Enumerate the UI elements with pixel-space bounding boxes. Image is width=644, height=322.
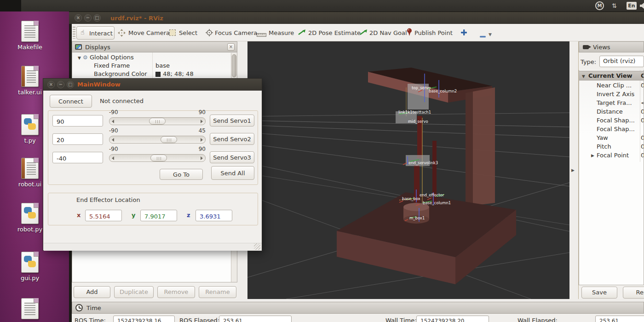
slider-right-arrow-icon[interactable] [201,120,203,123]
maximize-button[interactable]: □ [67,81,74,88]
tree-row-focal-shape-fixed[interactable]: Focal Shap... [597,126,635,132]
rename-display-button[interactable]: Rename [199,286,236,298]
close-button[interactable]: × [47,81,55,88]
slider-left-arrow-icon[interactable] [112,156,114,160]
mainwindow-dialog[interactable]: × − □ MainWindow Connect Not connected -… [43,78,262,251]
connect-button[interactable]: Connect [50,95,92,108]
tree-row-target-frame[interactable]: Target Fra... [597,99,632,106]
maximize-button[interactable]: □ [93,14,101,22]
mainwindow-title-bar[interactable]: × − □ MainWindow [43,79,262,91]
nav-goal-tool[interactable]: 2D Nav Goal [369,29,407,36]
measure-tool[interactable]: Measure [269,29,294,36]
publish-point-tool[interactable]: Publish Point [414,29,453,36]
expander-right-icon[interactable]: ▶ [591,153,594,158]
green-arrow-icon [298,29,306,38]
send-servo1-button[interactable]: Send Servo1 [210,115,254,126]
slider-right-arrow-icon[interactable] [201,138,203,142]
fixed-frame-value[interactable]: base [155,62,170,69]
tree-row-focal-shape[interactable]: Focal Shap... [597,117,635,124]
close-button[interactable]: × [75,14,82,22]
slider-thumb[interactable] [150,155,167,161]
close-icon[interactable]: × [227,43,235,51]
move-camera-tool[interactable]: Move Camera [128,29,170,36]
splitter-arrow-icon[interactable]: ▶ [571,168,575,172]
displays-panel-header[interactable]: Displays × [72,41,237,52]
tree-row-yaw[interactable]: Yaw [597,134,608,141]
rviz-title-bar[interactable]: × − □ urdf.rviz* - RViz [69,12,644,24]
interact-tool-button[interactable]: ☝ Interact [76,26,115,40]
network-arrows-icon[interactable]: ⇅ [612,2,620,10]
desktop-icon-document[interactable] [5,298,55,319]
background-color-value[interactable]: 48; 48; 48 [163,70,194,77]
end-effector-z-field[interactable] [196,210,232,221]
pose-estimate-tool[interactable]: 2D Pose Estimate [308,29,361,36]
tree-row-background-color[interactable]: Background Color [94,70,147,77]
tree-row-value[interactable]: 0 [641,82,644,89]
time-panel-header[interactable]: Time [72,302,644,314]
select-tool[interactable]: Select [179,29,197,36]
scrollbar-thumb[interactable] [232,54,236,77]
tree-row-pitch[interactable]: Pitch [597,143,611,150]
views-panel-header[interactable]: Views [579,41,644,52]
slider-thumb[interactable] [149,118,166,125]
minimize-button[interactable]: − [57,81,64,88]
goto-button[interactable]: Go To [160,169,203,180]
messaging-indicator-icon[interactable]: M [595,1,604,10]
add-display-button[interactable]: Add [74,286,110,298]
expander-down-icon[interactable]: ▼ [78,56,81,60]
view-type-combo[interactable]: Orbit (rviz) [599,56,644,67]
send-servo2-button[interactable]: Send Servo2 [210,133,254,145]
tree-row-focal-point[interactable]: Focal Point [597,152,629,159]
wall-time-field[interactable]: 1524739238.20 [416,316,489,322]
tree-row-value[interactable]: < [641,99,644,106]
tree-row-current-view[interactable]: ▼ Current View O [579,71,644,80]
tree-row-value[interactable]: 0 [641,152,644,159]
tree-row-near-clip[interactable]: Near Clip ... [597,82,632,89]
servo2-slider[interactable] [109,136,206,144]
slider-left-arrow-icon[interactable] [112,120,114,123]
ros-time-field[interactable]: 1524739238.16 [113,316,175,322]
remove-display-button[interactable]: Remove [157,286,195,298]
right-splitter[interactable]: ▶ [569,41,579,299]
minimize-button[interactable]: − [84,14,92,22]
end-effector-x-field[interactable] [85,210,122,221]
focus-camera-tool[interactable]: Focus Camera [215,29,257,36]
servo2-value-input[interactable] [52,133,103,145]
chevron-down-icon[interactable]: ▼ [489,32,492,37]
wall-elapsed-field[interactable]: 253.61 [595,316,644,322]
tree-row-value[interactable]: 0 [641,134,644,141]
tree-row-global-options[interactable]: ▼ ⚙ Global Options [78,54,134,61]
tree-row-value[interactable]: 0 [641,143,644,150]
duplicate-display-button[interactable]: Duplicate [114,286,154,298]
servo3-slider[interactable] [109,154,206,162]
remove-tool-minus-icon[interactable] [480,31,486,40]
end-effector-y-field[interactable] [140,210,177,221]
tree-row-fixed-frame[interactable]: Fixed Frame [94,62,130,69]
sound-icon[interactable] [639,2,644,9]
3d-viewport[interactable]: top_servo base_column2 link1k1testtach1 … [247,41,569,299]
desktop-icon-makefile[interactable]: Makefile [5,21,55,51]
toolbar-drag-handle[interactable] [73,27,75,39]
desktop-icon-gui-py[interactable]: gui.py [5,252,55,282]
keyboard-layout-indicator[interactable]: En [627,2,637,10]
tree-row-value[interactable]: 0 [641,108,644,115]
remove-view-button[interactable]: Remove [623,287,644,299]
tree-row-invert-z[interactable]: Invert Z Axis [597,91,634,98]
servo3-value-input[interactable] [52,152,103,163]
resize-grip[interactable] [254,243,260,250]
slider-left-arrow-icon[interactable] [112,138,114,142]
add-tool-plus-icon[interactable] [460,29,467,38]
tf-label: mid_servo [408,119,428,124]
servo1-value-input[interactable] [52,115,103,126]
slider-thumb[interactable] [161,136,177,143]
servo1-slider[interactable] [109,117,206,125]
ros-elapsed-field[interactable]: 253.61 [219,316,292,322]
expander-down-icon[interactable]: ▼ [582,74,585,79]
connection-status: Not connected [100,98,144,104]
send-servo3-button[interactable]: Send Servo3 [210,151,254,163]
send-all-button[interactable]: Send All [211,166,254,180]
tree-row-value[interactable]: 0 [641,117,644,124]
tree-row-distance[interactable]: Distance [597,108,623,115]
save-view-button[interactable]: Save [581,287,617,299]
slider-right-arrow-icon[interactable] [201,156,203,160]
